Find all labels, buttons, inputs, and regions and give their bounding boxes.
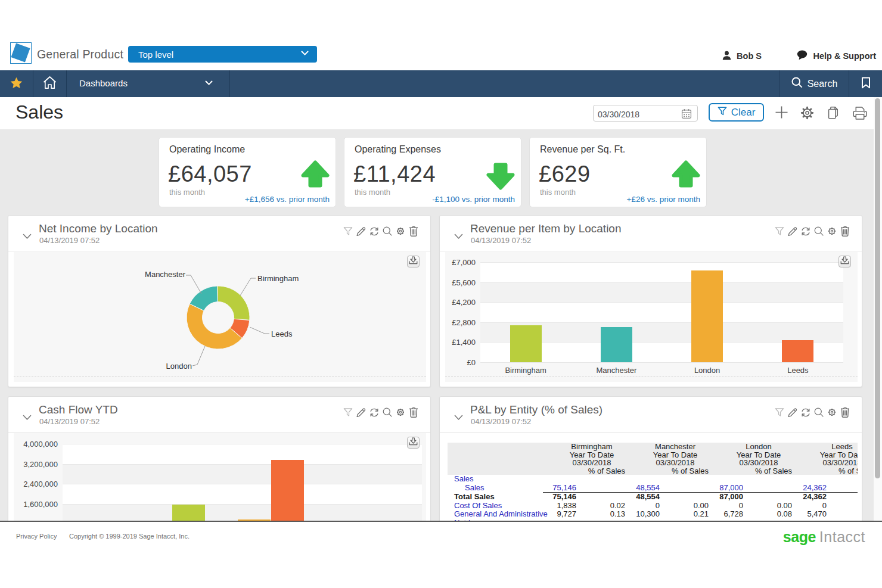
filter-icon[interactable] (775, 407, 784, 417)
scrollbar-track[interactable] (874, 97, 882, 521)
pl-cell[interactable]: 87,000 (710, 484, 744, 493)
pl-row-label[interactable]: General And Administrative (448, 510, 543, 519)
pl-row-label[interactable]: Sales (448, 484, 543, 493)
pl-row-label[interactable]: Sales (448, 475, 543, 484)
delete-icon[interactable] (840, 226, 850, 236)
company-name: General Product (37, 48, 123, 61)
kpi-card-revenue-per-sq-ft-[interactable]: Revenue per Sq. Ft.£629this month+£26 vs… (529, 137, 707, 207)
pl-cell: 9,727 (543, 510, 577, 519)
settings-icon[interactable] (827, 407, 837, 417)
refresh-icon[interactable] (369, 407, 379, 417)
panel-toolbar (775, 407, 850, 417)
y-axis-tick-label: £7,000 (428, 258, 476, 267)
delete-icon[interactable] (409, 226, 418, 236)
bar-london[interactable] (691, 270, 723, 362)
dashboards-menu[interactable]: Dashboards (67, 70, 229, 97)
pl-row-label[interactable]: Cost Of Sales (448, 502, 543, 511)
pl-cell[interactable]: 75,146 (543, 484, 577, 493)
filter-icon[interactable] (775, 226, 784, 236)
privacy-policy-link[interactable]: Privacy Policy (16, 533, 57, 540)
search-button[interactable]: Search (779, 70, 849, 97)
collapse-chevron-icon[interactable] (23, 412, 32, 423)
company-logo[interactable] (10, 42, 32, 64)
duplicate-dashboard-icon[interactable] (827, 106, 840, 122)
download-chart-button[interactable] (838, 256, 851, 267)
clear-filter-button[interactable]: Clear (709, 103, 764, 122)
favorites-button[interactable] (0, 70, 33, 97)
date-filter-input[interactable]: 03/30/2018 (593, 105, 698, 122)
pl-row-label: Total Sales (448, 493, 543, 502)
pl-cell-empty (448, 451, 543, 459)
refresh-icon[interactable] (801, 407, 810, 417)
collapse-chevron-icon[interactable] (454, 231, 463, 242)
delete-icon[interactable] (840, 407, 850, 417)
panel-title: Net Income by Location (39, 222, 158, 235)
net-income-chart-area: ManchesterBirminghamLeedsLondon (14, 252, 426, 382)
edit-icon[interactable] (788, 407, 797, 417)
user-menu[interactable]: Bob S (722, 50, 762, 62)
pl-cell: 0 (710, 502, 744, 511)
kpi-period: this month (169, 188, 205, 197)
trend-arrow-down-icon (486, 160, 515, 190)
gridline (480, 262, 843, 263)
bar-manchester[interactable] (601, 327, 632, 362)
zoom-icon[interactable] (814, 407, 824, 417)
edit-icon[interactable] (356, 407, 366, 417)
pl-col-header: Year To Date (793, 451, 858, 459)
delete-icon[interactable] (409, 407, 418, 417)
bookmarks-button[interactable] (849, 70, 882, 97)
print-icon[interactable] (852, 106, 868, 123)
pl-cell (626, 475, 661, 484)
collapse-chevron-icon[interactable] (454, 412, 463, 423)
download-icon (409, 256, 418, 267)
donut-leader-line (250, 327, 269, 334)
zoom-icon[interactable] (814, 226, 824, 236)
panel-revenue-per-item: Revenue per Item by Location04/13/2019 0… (439, 215, 862, 387)
bar-leeds[interactable] (782, 340, 813, 362)
pl-cell[interactable]: 48,554 (626, 484, 661, 493)
entity-selector-dropdown[interactable]: Top level (128, 46, 317, 63)
download-chart-button[interactable] (407, 437, 420, 449)
filter-icon[interactable] (343, 226, 353, 236)
edit-icon[interactable] (356, 226, 366, 236)
pl-cell[interactable]: 24,362 (793, 484, 828, 493)
pl-cell (744, 475, 793, 484)
gridline (63, 484, 422, 484)
settings-icon[interactable] (396, 407, 405, 417)
kpi-card-operating-income[interactable]: Operating Income£64,057this month+£1,656… (159, 137, 336, 207)
kpi-period: this month (540, 188, 576, 197)
filter-icon[interactable] (343, 407, 353, 417)
donut-segment-birmingham[interactable] (218, 286, 250, 321)
kpi-card-operating-expenses[interactable]: Operating Expenses£11,424this month-£1,1… (344, 137, 521, 207)
trend-arrow-up-icon (301, 160, 330, 190)
gridline (63, 464, 422, 465)
edit-icon[interactable] (788, 226, 797, 236)
pl-cell (661, 484, 710, 493)
nav-divider (229, 70, 230, 97)
kpi-title: Operating Income (169, 144, 245, 155)
download-chart-button[interactable] (407, 256, 420, 267)
help-support-menu[interactable]: Help & Support (797, 50, 876, 62)
logo-diamond (11, 43, 30, 62)
zoom-icon[interactable] (383, 407, 392, 417)
zoom-icon[interactable] (383, 226, 392, 236)
refresh-icon[interactable] (369, 226, 379, 236)
refresh-icon[interactable] (801, 226, 810, 236)
main-nav-bar: Dashboards Search (0, 70, 882, 97)
pl-col-header: Year To Date (710, 451, 793, 459)
gridline (480, 282, 843, 283)
pl-cell (744, 484, 793, 493)
page-title: Sales (15, 101, 63, 123)
settings-icon[interactable] (396, 226, 405, 236)
page-footer: Privacy Policy Copyright © 1999-2019 Sag… (0, 521, 882, 588)
pl-cell (828, 484, 858, 493)
dashboard-settings-icon[interactable] (800, 106, 814, 122)
add-component-icon[interactable] (775, 106, 788, 121)
collapse-chevron-icon[interactable] (23, 231, 32, 242)
settings-icon[interactable] (827, 226, 837, 236)
scrollbar-thumb[interactable] (875, 98, 880, 478)
x-axis-category-label: Birmingham (490, 366, 561, 375)
bar-birmingham[interactable] (510, 325, 542, 362)
pl-col-header: 03/30/2018 (793, 459, 858, 467)
home-button[interactable] (33, 70, 66, 97)
